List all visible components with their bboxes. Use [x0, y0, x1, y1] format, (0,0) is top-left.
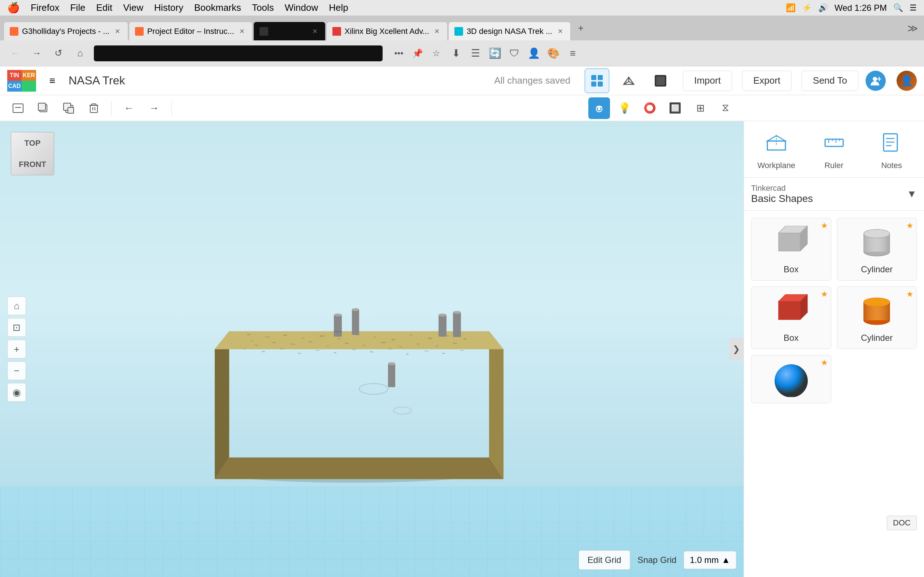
zoom-out-button[interactable]: − — [7, 361, 26, 380]
tab-empty[interactable]: ✕ — [254, 22, 326, 40]
menu-tools[interactable]: Tools — [252, 2, 274, 13]
notes-tool[interactable]: Notes — [866, 128, 917, 170]
camera-button[interactable] — [588, 97, 610, 119]
snap-grid-dropdown[interactable]: 1.0 mm ▲ — [683, 551, 736, 569]
tab-g3holliday[interactable]: G3holliday's Projects - ... ✕ — [3, 22, 128, 40]
redo-button[interactable]: → — [143, 97, 165, 119]
menu-window[interactable]: Window — [285, 2, 318, 13]
tab-close-xilinx[interactable]: ✕ — [433, 27, 441, 36]
tab-close-editor[interactable]: ✕ — [238, 27, 247, 36]
3d-viewport[interactable]: TOP FRONT ⌂ ⊡ + − ◉ ❯ Edit Grid Snap Gri… — [0, 121, 743, 577]
reload-button[interactable]: ↺ — [50, 45, 66, 61]
menu-view[interactable]: View — [123, 2, 143, 13]
toolbar-downloads-icon[interactable]: ⬇ — [449, 47, 463, 60]
fit-view-button[interactable]: ⊡ — [7, 318, 26, 337]
shape-star-4[interactable]: ★ — [906, 290, 914, 299]
address-bar[interactable] — [94, 45, 383, 61]
tab-nasa-trek[interactable]: 3D design NASA Trek ... ✕ — [448, 22, 571, 40]
apple-menu[interactable]: 🍎 — [7, 2, 20, 14]
hamburger-menu-button[interactable]: ≡ — [43, 72, 61, 90]
export-button[interactable]: Export — [742, 71, 792, 91]
menu-bookmarks[interactable]: Bookmarks — [194, 2, 241, 13]
tab-list-button[interactable]: ≫ — [905, 20, 921, 36]
tab-close-g3[interactable]: ✕ — [113, 27, 122, 36]
shape-star-5[interactable]: ★ — [821, 358, 828, 367]
copy-button[interactable] — [32, 97, 54, 119]
control-center-icon[interactable]: ☰ — [909, 3, 917, 13]
shape-star-2[interactable]: ★ — [906, 221, 914, 230]
shape-star-3[interactable]: ★ — [821, 290, 828, 299]
svg-rect-13 — [38, 103, 45, 110]
edit-grid-button[interactable]: Edit Grid — [578, 550, 630, 570]
tinkercad-logo[interactable]: TIN KER CAD — [7, 70, 36, 92]
3d-view-button[interactable] — [617, 69, 641, 93]
tool-shape[interactable]: 🔲 — [664, 97, 686, 119]
toolbar-account-icon[interactable]: 👤 — [527, 47, 541, 60]
cut-button[interactable] — [7, 97, 29, 119]
import-button[interactable]: Import — [683, 71, 732, 91]
duplicate-button[interactable] — [58, 97, 79, 119]
shape-cylinder-gray[interactable]: ★ — [837, 218, 917, 280]
undo-button[interactable]: ← — [118, 97, 140, 119]
perspective-button[interactable]: ◉ — [7, 383, 26, 402]
toolbar-more-icon[interactable]: ••• — [392, 47, 406, 60]
view-cube-top[interactable]: TOP — [24, 139, 41, 148]
svg-rect-41 — [464, 338, 466, 339]
search-icon[interactable]: 🔍 — [893, 3, 903, 13]
menu-firefox[interactable]: Firefox — [31, 2, 59, 13]
doc-badge: DOC — [887, 516, 917, 530]
home-view-button[interactable]: ⌂ — [7, 297, 26, 315]
project-name[interactable]: NASA Trek — [69, 74, 487, 87]
zoom-in-button[interactable]: + — [7, 340, 26, 358]
toolbar-sync-icon[interactable]: 🔄 — [488, 47, 502, 60]
grid-view-button[interactable] — [585, 69, 609, 93]
svg-point-75 — [453, 311, 461, 314]
user-avatar[interactable]: 👤 — [897, 71, 917, 91]
ruler-label: Ruler — [824, 161, 843, 170]
svg-rect-63 — [406, 353, 409, 355]
new-tab-button[interactable]: + — [573, 20, 589, 36]
delete-button[interactable] — [83, 97, 105, 119]
view-cube-front[interactable]: FRONT — [19, 160, 46, 169]
tool-align[interactable]: ⊞ — [690, 97, 711, 119]
home-button[interactable]: ⌂ — [72, 45, 88, 61]
back-button[interactable]: ← — [7, 45, 23, 61]
light-button[interactable]: 💡 — [614, 97, 635, 119]
shape-sphere-blue[interactable]: ★ — [751, 355, 831, 403]
view-cube[interactable]: TOP FRONT — [11, 132, 54, 175]
workplane-tool[interactable]: Workplane — [751, 128, 802, 170]
menu-file[interactable]: File — [70, 2, 85, 13]
add-user-button[interactable] — [866, 71, 886, 91]
shape-box-gray[interactable]: ★ Box — [751, 218, 831, 280]
tool-circle[interactable]: ⭕ — [639, 97, 661, 119]
toolbar-pocket-icon[interactable]: 📌 — [411, 47, 425, 60]
shape-library-dropdown[interactable]: Tinkercad Basic Shapes ▼ — [744, 178, 924, 211]
shape-star-1[interactable]: ★ — [821, 221, 828, 230]
shape-box-red[interactable]: ★ Box — [751, 286, 831, 349]
toolbar-hamburger-icon[interactable]: ≡ — [566, 47, 580, 60]
dark-view-button[interactable] — [648, 69, 673, 93]
tab-close-empty[interactable]: ✕ — [311, 27, 320, 36]
menu-history[interactable]: History — [154, 2, 183, 13]
send-to-button[interactable]: Send To — [802, 71, 858, 91]
ruler-tool[interactable]: Ruler — [809, 128, 859, 170]
tab-close-nasa[interactable]: ✕ — [556, 27, 564, 36]
panel-collapse-button[interactable]: ❯ — [729, 338, 743, 360]
svg-rect-64 — [424, 351, 429, 351]
menu-edit[interactable]: Edit — [96, 2, 112, 13]
toolbar-shield-icon[interactable]: 🛡 — [507, 47, 521, 60]
menu-help[interactable]: Help — [329, 2, 348, 13]
browser-chrome: G3holliday's Projects - ... ✕ Project Ed… — [0, 16, 924, 66]
toolbar-color-icon[interactable]: 🎨 — [546, 47, 560, 60]
3d-model — [193, 259, 518, 484]
shape-cylinder-orange[interactable]: ★ — [837, 286, 917, 349]
toolbar-bookmark-icon[interactable]: ☆ — [430, 47, 443, 60]
view-cube-box[interactable]: TOP FRONT — [11, 132, 54, 175]
library-dropdown-arrow: ▼ — [907, 188, 917, 200]
tab-project-editor[interactable]: Project Editor – Instruc... ✕ — [129, 22, 253, 40]
tool-mirror[interactable]: ⧖ — [715, 97, 736, 119]
toolbar-bars-icon[interactable]: ☰ — [468, 47, 482, 60]
svg-marker-23 — [215, 457, 504, 479]
tab-xilinx[interactable]: Xilinx Big Xcellent Adv... ✕ — [326, 22, 447, 40]
forward-button[interactable]: → — [29, 45, 45, 61]
